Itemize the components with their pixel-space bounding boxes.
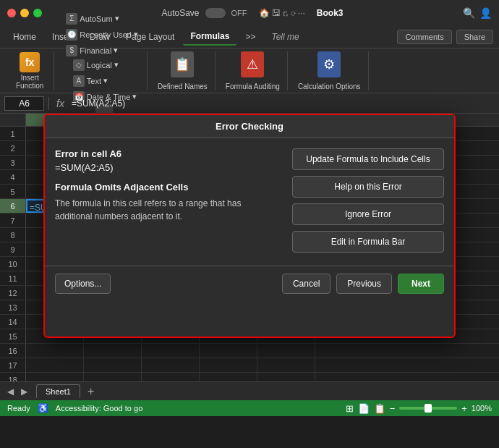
zoom-in-icon[interactable]: + xyxy=(461,403,467,414)
search-icon[interactable]: 🔍 xyxy=(463,7,475,19)
page-break-icon[interactable]: 📋 xyxy=(374,403,385,414)
user-icon[interactable]: 👤 xyxy=(479,7,492,19)
cell-e16[interactable] xyxy=(257,344,315,358)
status-right: ⊞ 📄 📋 − + 100% xyxy=(346,403,492,414)
row-num-18[interactable]: 18 xyxy=(0,373,26,381)
cell-a17[interactable] xyxy=(26,358,84,372)
dialog-footer: Options... Cancel Previous Next xyxy=(45,266,454,301)
row-num-4[interactable]: 4 xyxy=(0,170,26,184)
options-button[interactable]: Options... xyxy=(55,274,111,294)
text-button[interactable]: A Text ▾ xyxy=(70,74,111,88)
cancel-button[interactable]: Cancel xyxy=(282,274,330,294)
autosave-state: OFF xyxy=(231,9,247,17)
cell-d18[interactable] xyxy=(200,373,257,381)
row-num-15[interactable]: 15 xyxy=(0,329,26,343)
spreadsheet-area: A B C D E 1 2 3 4 5 6=SUM(A2:A5) 7 8 9 1… xyxy=(0,114,499,381)
function-library-group: Σ AutoSum ▾ 🕐 Recently Used ▾ $ Financia… xyxy=(57,51,148,90)
sheet-nav-right[interactable]: ▶ xyxy=(18,386,30,397)
tab-home[interactable]: Home xyxy=(6,29,43,45)
row-num-11[interactable]: 11 xyxy=(0,271,26,285)
row-num-14[interactable]: 14 xyxy=(0,315,26,329)
grid-view-icon[interactable]: ⊞ xyxy=(346,403,354,414)
financial-button[interactable]: $ Financial ▾ xyxy=(63,43,121,58)
row-num-2[interactable]: 2 xyxy=(0,141,26,155)
sheet-tab-sheet1[interactable]: Sheet1 xyxy=(36,384,80,398)
formula-bar-divider xyxy=(48,97,49,110)
row-num-7[interactable]: 7 xyxy=(0,214,26,227)
previous-button[interactable]: Previous xyxy=(336,274,392,294)
dialog-right-panel: Update Formula to Include Cells Help on … xyxy=(292,148,444,253)
insert-function-button[interactable]: fx InsertFunction xyxy=(12,49,48,93)
cell-e17[interactable] xyxy=(257,358,315,372)
dialog-footer-right: Cancel Previous Next xyxy=(282,274,444,294)
status-accessibility: Accessibility: Good to go xyxy=(56,404,142,413)
update-formula-button[interactable]: Update Formula to Include Cells xyxy=(292,148,444,170)
minimize-button[interactable] xyxy=(20,9,29,17)
cell-c18[interactable] xyxy=(142,373,200,381)
edit-in-formula-bar-button[interactable]: Edit in Formula Bar xyxy=(292,231,444,253)
defined-names-icon[interactable]: 📋 xyxy=(171,51,194,77)
zoom-out-icon[interactable]: − xyxy=(390,403,396,414)
status-accessibility-icon: ♿ xyxy=(38,403,48,413)
row-num-16[interactable]: 16 xyxy=(0,344,26,358)
tab-tell-me[interactable]: Tell me xyxy=(264,29,306,45)
financial-icon: $ xyxy=(66,45,77,56)
text-icon: A xyxy=(73,75,85,87)
logical-button[interactable]: ◇ Logical ▾ xyxy=(70,58,121,72)
cell-d17[interactable] xyxy=(200,358,257,372)
zoom-slider[interactable] xyxy=(399,407,457,410)
autosum-icon: Σ xyxy=(66,13,77,25)
zoom-value: 100% xyxy=(472,404,492,413)
help-on-error-button[interactable]: Help on this Error xyxy=(292,176,444,198)
ignore-error-button[interactable]: Ignore Error xyxy=(292,203,444,225)
insert-function-label: InsertFunction xyxy=(16,74,43,90)
formula-auditing-label: Formula Auditing xyxy=(226,83,280,90)
fx-label: fx xyxy=(54,98,67,109)
cell-b18[interactable] xyxy=(84,373,142,381)
sheet-nav-left[interactable]: ◀ xyxy=(4,386,17,397)
table-row: 16 xyxy=(0,344,499,358)
formula-audit-icon[interactable]: ⚠ xyxy=(241,51,264,77)
row-num-1[interactable]: 1 xyxy=(0,127,26,140)
page-view-icon[interactable]: 📄 xyxy=(358,403,370,414)
dialog-footer-left: Options... xyxy=(55,274,282,294)
calc-options-icon[interactable]: ⚙ xyxy=(317,51,341,77)
cell-e18[interactable] xyxy=(257,373,315,381)
add-sheet-button[interactable]: + xyxy=(83,385,98,398)
close-button[interactable] xyxy=(7,9,16,17)
row-num-9[interactable]: 9 xyxy=(0,242,26,256)
share-button[interactable]: Share xyxy=(456,30,493,44)
row-num-6[interactable]: 6 xyxy=(0,199,26,213)
row-num-12[interactable]: 12 xyxy=(0,286,26,300)
app-title: Book3 xyxy=(317,8,344,18)
tab-formulas[interactable]: Formulas xyxy=(183,28,236,46)
autosave-toggle[interactable] xyxy=(205,8,226,18)
row-num-13[interactable]: 13 xyxy=(0,300,26,314)
row-num-17[interactable]: 17 xyxy=(0,358,26,372)
row-num-3[interactable]: 3 xyxy=(0,156,26,169)
cell-b16[interactable] xyxy=(84,344,142,358)
cell-a18[interactable] xyxy=(26,373,84,381)
next-button[interactable]: Next xyxy=(398,274,444,294)
cell-c17[interactable] xyxy=(142,358,200,372)
cell-a16[interactable] xyxy=(26,344,84,358)
dialog-body: Error in cell A6 =SUM(A2:A5) Formula Omi… xyxy=(45,138,454,263)
insert-function-group: fx InsertFunction xyxy=(6,51,54,90)
formula-input[interactable] xyxy=(72,98,495,109)
recently-used-button[interactable]: 🕐 Recently Used ▾ xyxy=(63,28,141,42)
comments-button[interactable]: Comments xyxy=(397,30,451,44)
cell-reference-input[interactable] xyxy=(4,96,44,111)
row-num-5[interactable]: 5 xyxy=(0,185,26,198)
autosum-button[interactable]: Σ AutoSum ▾ xyxy=(63,12,121,26)
status-bar: Ready ♿ Accessibility: Good to go ⊞ 📄 📋 … xyxy=(0,400,499,416)
tab-more[interactable]: >> xyxy=(238,29,263,45)
corner-spacer xyxy=(0,114,26,126)
error-title: Formula Omits Adjacent Cells xyxy=(55,182,281,193)
cell-d16[interactable] xyxy=(200,344,257,358)
row-num-8[interactable]: 8 xyxy=(0,228,26,242)
maximize-button[interactable] xyxy=(33,9,42,17)
calc-options-group: ⚙ Calculation Options xyxy=(291,51,369,90)
cell-b17[interactable] xyxy=(84,358,142,372)
cell-c16[interactable] xyxy=(142,344,200,358)
row-num-10[interactable]: 10 xyxy=(0,257,26,271)
